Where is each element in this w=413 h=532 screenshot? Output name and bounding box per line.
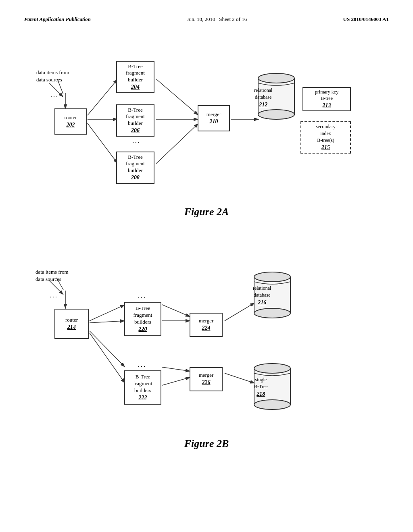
router-202-label: router	[64, 114, 77, 121]
btree-builder-208-box: B-Treefragmentbuilder 208	[116, 152, 154, 184]
dots-2a: ···	[50, 93, 59, 100]
secondary-index-215-label: secondaryindexB-tree(s)	[316, 123, 336, 143]
merger-210-label: merger	[206, 111, 221, 118]
patent-application-label: Patent Application Publication	[24, 16, 91, 22]
data-items-label-2a: data items fromdata sources	[36, 69, 79, 83]
svg-line-2	[88, 79, 118, 115]
figure-2a-label: Figure 2A	[24, 206, 389, 218]
merger-226-label: merger	[199, 372, 214, 379]
relational-db-216-num: 216	[258, 299, 266, 305]
btree-builder-208-num: 208	[131, 174, 140, 181]
page: Patent Application Publication Jun. 10, …	[0, 0, 413, 532]
svg-line-19	[90, 321, 125, 323]
single-btree-218: singleB-Tree218	[252, 361, 292, 414]
primary-key-213-box: primary keyB-tree 213	[302, 87, 351, 111]
btree-builder-206-box: B-Treefragmentbuilder 206	[116, 104, 154, 137]
svg-line-5	[156, 79, 198, 115]
svg-line-27	[225, 373, 255, 383]
header: Patent Application Publication Jun. 10, …	[24, 16, 389, 23]
router-214-label: router	[65, 317, 78, 324]
svg-point-33	[254, 400, 290, 409]
btree-builders-222-box: B-Treefragmentbuilders 222	[124, 370, 161, 405]
merger-224-num: 224	[202, 324, 211, 332]
relational-db-212: relationaldatabase212	[256, 71, 296, 123]
relational-db-216-label: relationaldatabase216	[253, 285, 271, 306]
router-214-num: 214	[67, 324, 76, 331]
svg-point-29	[254, 272, 290, 282]
btree-builder-206-label: B-Treefragmentbuilder	[126, 107, 145, 127]
header-center: Jun. 10, 2010 Sheet 2 of 16	[187, 16, 247, 23]
svg-line-4	[88, 123, 118, 164]
dots-builders-2a: ⋮	[131, 139, 141, 148]
figure-2a: data items fromdata sources ··· router 2…	[24, 35, 389, 204]
merger-224-label: merger	[199, 318, 214, 324]
svg-line-20	[90, 331, 125, 367]
btree-builders-220-label: B-Treefragmentbuilders	[133, 305, 152, 326]
primary-key-213-num: 213	[323, 102, 331, 109]
merger-226-num: 226	[202, 379, 211, 386]
btree-builder-204-box: B-Treefragmentbuilder 204	[116, 61, 154, 93]
header-sheet: Sheet 2 of 16	[219, 16, 247, 22]
single-btree-218-label: singleB-Tree218	[254, 376, 268, 398]
btree-builder-208-label: B-Treefragmentbuilder	[126, 154, 145, 175]
svg-line-25	[162, 377, 190, 385]
router-202-num: 202	[67, 121, 75, 129]
secondary-index-215-num: 215	[321, 143, 330, 152]
svg-point-12	[258, 73, 294, 83]
figure-2b-label: Figure 2B	[24, 438, 389, 450]
btree-builders-222-num: 222	[139, 394, 147, 401]
btree-builder-204-label: B-Treefragmentbuilder	[126, 63, 145, 84]
svg-line-22	[162, 305, 190, 317]
svg-line-7	[156, 123, 198, 164]
svg-line-21	[90, 333, 125, 383]
router-214-box: router 214	[54, 309, 89, 339]
header-patent-num: US 2010/0146003 A1	[343, 16, 389, 22]
merger-224-box: merger 224	[190, 313, 223, 337]
svg-point-13	[258, 110, 294, 119]
merger-226-box: merger 226	[190, 367, 223, 391]
figures-container: data items fromdata sources ··· router 2…	[24, 35, 389, 450]
header-left: Patent Application Publication	[24, 16, 91, 23]
figure-2b: data items fromdata sources ··· router 2…	[24, 242, 389, 436]
btree-builder-204-num: 204	[131, 83, 140, 91]
svg-point-30	[254, 308, 290, 318]
data-items-label-2b: data items fromdata sources	[35, 268, 80, 283]
relational-db-216: relationaldatabase216	[252, 270, 292, 322]
svg-line-26	[225, 303, 255, 321]
single-btree-218-num: 218	[257, 391, 265, 397]
primary-key-213-label: primary keyB-tree	[315, 89, 338, 102]
btree-builders-222-label: B-Treefragmentbuilders	[133, 374, 152, 394]
svg-line-18	[90, 305, 125, 321]
secondary-index-215-box: secondaryindexB-tree(s) 215	[300, 121, 351, 154]
relational-db-212-num: 212	[259, 102, 267, 108]
btree-builders-220-box: B-Treefragmentbuilders 220	[124, 302, 161, 336]
svg-line-24	[162, 367, 190, 371]
merger-210-num: 210	[210, 118, 218, 125]
merger-210-box: merger 210	[198, 105, 230, 131]
router-202-box: router 202	[54, 108, 87, 135]
svg-point-32	[254, 364, 290, 373]
btree-builder-206-num: 206	[131, 127, 140, 134]
header-right: US 2010/0146003 A1	[343, 16, 389, 23]
header-date: Jun. 10, 2010	[187, 16, 215, 22]
btree-builders-220-num: 220	[139, 326, 147, 333]
relational-db-212-label: relationaldatabase212	[254, 87, 272, 108]
dots-2b: ···	[50, 294, 58, 301]
